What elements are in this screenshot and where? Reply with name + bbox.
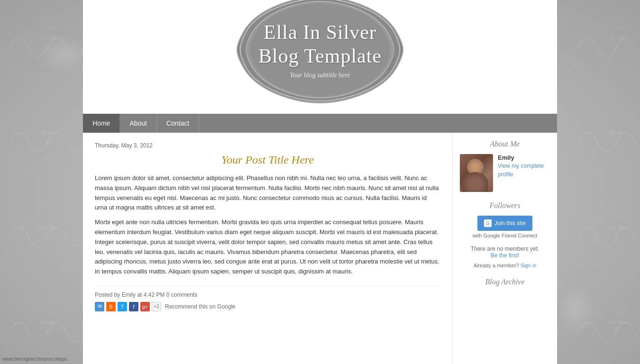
author-name: Emily bbox=[498, 154, 550, 161]
site-header: Ella In Silver Blog Template Your blog s… bbox=[83, 0, 557, 114]
site-title: Ella In Silver Blog Template bbox=[258, 20, 382, 68]
nav-about[interactable]: About bbox=[120, 114, 157, 133]
avatar bbox=[460, 154, 493, 192]
main-content: Thursday, May 3, 2012 Your Post Title He… bbox=[83, 133, 453, 364]
about-me-text: Emily View my complete profile bbox=[498, 154, 550, 178]
google-icon: G bbox=[484, 219, 492, 227]
about-me-heading: About Me bbox=[460, 140, 550, 148]
site-badge: Ella In Silver Blog Template Your blog s… bbox=[230, 0, 410, 107]
watermark: www.bemagetechmanacollage... bbox=[2, 356, 71, 362]
already-member-text: Already a member? Sign in bbox=[460, 263, 550, 268]
post-date: Thursday, May 3, 2012 bbox=[95, 142, 440, 149]
twitter-share-icon[interactable]: T bbox=[118, 302, 127, 311]
nav-contact[interactable]: Contact bbox=[157, 114, 199, 133]
join-btn-label: Join this site bbox=[494, 220, 526, 227]
recommend-text: Recommend this on Google bbox=[165, 303, 236, 310]
be-first-link[interactable]: Be the first! bbox=[491, 252, 520, 259]
post-time: 4:42 PM bbox=[144, 291, 165, 298]
plusone-share-icon[interactable]: +1 bbox=[152, 302, 161, 311]
post-comments-link[interactable]: 0 comments bbox=[166, 291, 197, 298]
facebook-share-icon[interactable]: f bbox=[129, 302, 138, 311]
post-author: Emily bbox=[122, 291, 136, 298]
blog-archive-heading: Blog Archive bbox=[460, 278, 550, 286]
no-members-text: There are no members yet. Be the first! bbox=[460, 246, 550, 259]
gplus-share-icon[interactable]: g+ bbox=[140, 302, 150, 311]
sidebar: About Me Emily View my complete profile … bbox=[453, 133, 557, 364]
post-title: Your Post Title Here bbox=[95, 154, 440, 166]
post-paragraph-2: Morbi eget ante non nulla ultricies ferm… bbox=[95, 218, 440, 277]
post-footer: Posted by Emily at 4:42 PM 0 comments ✉ … bbox=[95, 286, 440, 311]
followers-section: Followers G Join this site with Google F… bbox=[460, 201, 550, 268]
share-icons: ✉ B T f g+ +1 Recommend this on Google bbox=[95, 302, 440, 311]
post-body: Lorem ipsum dolor sit amet, consectetur … bbox=[95, 173, 440, 277]
post-at-label: at bbox=[137, 291, 143, 298]
view-profile-link[interactable]: View my complete profile bbox=[498, 163, 544, 178]
google-friend-text: with Google Friend Connect bbox=[460, 233, 550, 238]
post-paragraph-1: Lorem ipsum dolor sit amet, consectetur … bbox=[95, 173, 440, 213]
about-me-area: Emily View my complete profile bbox=[460, 154, 550, 192]
about-me-section: About Me Emily View my complete profile bbox=[460, 140, 550, 192]
sign-in-link[interactable]: Sign in bbox=[521, 263, 537, 268]
blog-archive-section: Blog Archive bbox=[460, 278, 550, 286]
posted-by-label: Posted by bbox=[95, 291, 122, 298]
join-site-button[interactable]: G Join this site bbox=[477, 216, 532, 231]
site-subtitle: Your blog subtitle here bbox=[258, 72, 382, 79]
content-area: Thursday, May 3, 2012 Your Post Title He… bbox=[83, 133, 557, 364]
blog-share-icon[interactable]: B bbox=[106, 302, 116, 311]
email-share-icon[interactable]: ✉ bbox=[95, 302, 104, 311]
nav-home[interactable]: Home bbox=[83, 114, 120, 133]
nav-bar: Home About Contact bbox=[83, 114, 557, 133]
followers-heading: Followers bbox=[460, 201, 550, 210]
